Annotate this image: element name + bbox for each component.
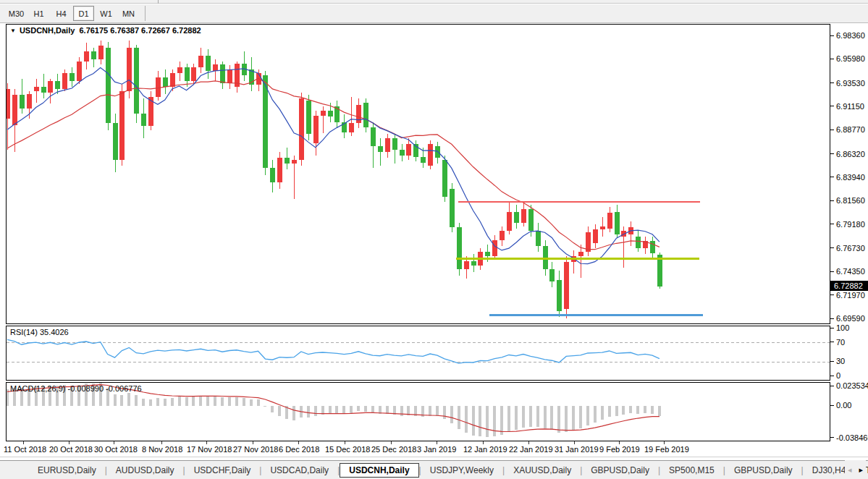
timeframe-button-m30[interactable]: M30 xyxy=(6,6,27,21)
axis-tick xyxy=(830,59,834,59)
macd-indicator-pane[interactable]: MACD(12,26,9) -0.008990 -0.006776 xyxy=(6,382,830,441)
rsi-indicator-pane[interactable]: RSI(14) 35.4026 xyxy=(6,326,830,381)
date-axis-label: 8 Nov 2018 xyxy=(142,445,182,454)
price-axis-label: 6.76730 xyxy=(836,244,865,253)
axis-tick xyxy=(830,405,834,406)
symbol-tab-xauusd-daily[interactable]: XAUUSD,Daily xyxy=(505,463,580,478)
timeframe-button-h1[interactable]: H1 xyxy=(28,6,49,21)
date-axis-label: 6 Dec 2018 xyxy=(279,445,319,454)
price-axis-label: 6.91150 xyxy=(836,102,864,111)
date-axis-tick xyxy=(23,441,24,444)
tab-scroll-controls: ◂ ▸ xyxy=(845,460,866,479)
date-axis-tick xyxy=(574,441,575,444)
symbol-tab-usdcad-daily[interactable]: USDCAD,Daily xyxy=(261,463,337,478)
axis-tick xyxy=(830,82,834,83)
axis-tick xyxy=(830,386,834,386)
rsi-axis-label: 70 xyxy=(836,338,845,347)
date-axis-tick xyxy=(437,441,437,444)
date-axis-label: 20 Oct 2018 xyxy=(49,445,93,454)
axis-tick xyxy=(830,130,834,130)
axis-tick xyxy=(830,106,834,106)
price-axis-label: 6.86320 xyxy=(836,150,865,158)
date-axis-tick xyxy=(391,441,392,444)
symbol-tab-eurusd-daily[interactable]: EURUSD,Daily xyxy=(29,463,105,478)
chart-symbol-label: USDCNH,Daily xyxy=(20,26,75,35)
date-axis-label: 3 Jan 2019 xyxy=(417,445,456,454)
axis-tick xyxy=(830,200,834,201)
axis-tick xyxy=(830,318,834,319)
toolbar-separator xyxy=(145,6,146,21)
axis-tick xyxy=(830,328,834,328)
axis-tick xyxy=(830,224,834,224)
timeframe-button-w1[interactable]: W1 xyxy=(96,6,117,21)
rsi-axis-label: 100 xyxy=(836,323,849,332)
date-axis-tick xyxy=(114,441,114,444)
macd-label: MACD(12,26,9) -0.008990 -0.006776 xyxy=(10,384,142,393)
date-axis-tick xyxy=(161,441,162,444)
price-axis-label: 6.98360 xyxy=(836,31,865,40)
chart-bottom-border xyxy=(0,457,868,457)
price-chart-canvas xyxy=(7,25,830,323)
timeframe-button-h4[interactable]: H4 xyxy=(51,6,72,21)
date-axis-label: 30 Oct 2018 xyxy=(94,445,138,454)
date-axis-tick xyxy=(69,441,69,444)
price-axis-label: 6.79180 xyxy=(836,220,865,229)
symbol-tab-gbpusd-daily[interactable]: GBPUSD,Daily xyxy=(725,463,801,478)
price-axis-label: 6.83940 xyxy=(836,173,865,182)
price-chart-pane[interactable]: ▼USDCNH,Daily 6.76175 6.76387 6.72667 6.… xyxy=(6,24,830,324)
price-axis-label: 6.71970 xyxy=(836,291,865,300)
symbol-tab-audusd-daily[interactable]: AUDUSD,Daily xyxy=(107,463,183,478)
symbol-tab-bar: EURUSD,Daily|AUDUSD,Daily|USDCHF,Daily|U… xyxy=(0,460,868,479)
macd-axis-label: 0.023534 xyxy=(836,381,868,390)
date-axis-label: 11 Oct 2018 xyxy=(4,445,46,454)
date-axis-label: 22 Jan 2019 xyxy=(509,445,553,454)
symbol-tab-usdjpy-weekly[interactable]: USDJPY,Weekly xyxy=(421,463,502,478)
date-axis-label: 9 Feb 2019 xyxy=(599,445,640,454)
date-axis-tick xyxy=(206,441,207,444)
date-axis-tick xyxy=(528,441,529,444)
timeframe-toolbar: M30H1H4D1W1MN xyxy=(0,4,868,23)
price-axis-label: 6.88770 xyxy=(836,125,865,134)
price-axis-label: 6.95980 xyxy=(836,54,865,63)
rsi-axis-label: 0 xyxy=(836,371,840,380)
date-axis-tick xyxy=(483,441,484,444)
axis-tick xyxy=(830,342,834,342)
date-axis-tick xyxy=(253,441,253,444)
rsi-label: RSI(14) 35.4026 xyxy=(10,328,69,336)
date-axis-label: 12 Jan 2019 xyxy=(463,445,507,454)
date-axis-label: 25 Dec 2018 xyxy=(371,445,416,454)
upper-toolbar-sliver xyxy=(0,0,868,4)
price-axis-label: 6.69590 xyxy=(836,314,865,323)
axis-tick xyxy=(830,247,834,248)
toolbar-divider xyxy=(158,0,159,4)
axis-tick xyxy=(830,437,834,438)
tab-scroll-left-icon[interactable]: ◂ xyxy=(848,466,852,474)
symbol-tab-usdcnh-daily[interactable]: USDCNH,Daily xyxy=(340,463,418,478)
date-axis-label: 17 Nov 2018 xyxy=(187,445,232,454)
price-axis-label: 6.81560 xyxy=(836,196,865,205)
chart-title: ▼USDCNH,Daily 6.76175 6.76387 6.72667 6.… xyxy=(10,26,201,35)
date-axis-label: 19 Feb 2019 xyxy=(644,445,689,454)
axis-tick xyxy=(830,361,834,362)
chart-dropdown-icon[interactable]: ▼ xyxy=(10,27,16,34)
date-axis-label: 27 Nov 2018 xyxy=(233,445,278,454)
date-axis-tick xyxy=(664,441,665,444)
rsi-axis-label: 30 xyxy=(836,357,845,365)
axis-tick xyxy=(830,35,834,36)
timeframe-button-mn[interactable]: MN xyxy=(118,6,139,21)
symbol-tab-usdchf-daily[interactable]: USDCHF,Daily xyxy=(185,463,260,478)
chart-ohlc-values: 6.76175 6.76387 6.72667 6.72882 xyxy=(79,26,201,35)
timeframe-button-d1[interactable]: D1 xyxy=(73,6,94,21)
macd-axis-label: 0.00 xyxy=(836,401,851,410)
axis-tick xyxy=(830,153,834,154)
tab-scroll-right-icon[interactable]: ▸ xyxy=(859,466,863,474)
symbol-tab-gbpusd-daily[interactable]: GBPUSD,Daily xyxy=(582,463,658,478)
axis-tick xyxy=(830,177,834,177)
axis-tick xyxy=(830,294,834,295)
trading-terminal: M30H1H4D1W1MN ▼USDCNH,Daily 6.76175 6.76… xyxy=(0,0,868,479)
axis-tick xyxy=(830,271,834,272)
date-axis-tick xyxy=(345,441,345,444)
symbol-tab-sp500-m15[interactable]: SP500,M15 xyxy=(660,463,723,478)
macd-axis-label: -0.038466 xyxy=(836,433,868,442)
date-axis-tick xyxy=(619,441,620,444)
